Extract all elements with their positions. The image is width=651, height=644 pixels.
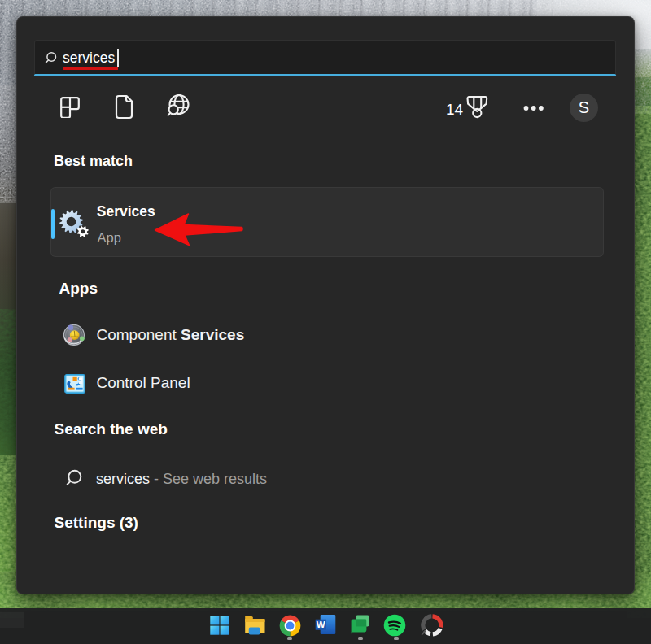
svg-text:W: W xyxy=(317,620,326,629)
